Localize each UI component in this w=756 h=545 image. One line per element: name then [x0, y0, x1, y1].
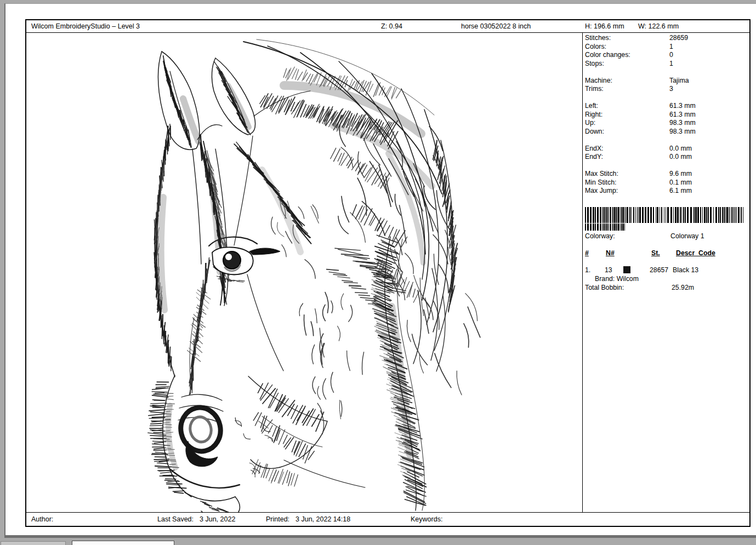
- design-name: horse 03052022 8 inch: [461, 22, 531, 30]
- report-body: Stitches:28659Colors:1Color changes:0Sto…: [26, 33, 749, 512]
- thread-number: 1.: [585, 266, 590, 274]
- stat-value: 9.6 mm: [669, 170, 692, 177]
- report-header-row: Wilcom EmbroideryStudio – Level 3 Z: 0.9…: [26, 20, 749, 33]
- thread-color-swatch: [623, 266, 630, 273]
- app-title: Wilcom EmbroideryStudio – Level 3: [31, 22, 140, 30]
- stat-row: Max Jump:6.1 mm: [585, 187, 748, 196]
- print-preview-page: Wilcom EmbroideryStudio – Level 3 Z: 0.9…: [4, 3, 756, 538]
- stat-row: Stops:1: [585, 60, 748, 68]
- stat-value: 98.3 mm: [669, 119, 696, 127]
- col-stitches: St.: [651, 249, 660, 257]
- barcode: [585, 207, 745, 231]
- stat-row: Down:98.3 mm: [585, 128, 748, 136]
- stat-row: Colors:1: [585, 43, 748, 51]
- stat-value: 3: [669, 85, 673, 93]
- last-saved-value: 3 Jun, 2022: [200, 515, 235, 523]
- author-label: Author:: [31, 515, 53, 523]
- thread-descr-code: Black 13: [673, 266, 698, 274]
- stat-row: Right:61.3 mm: [585, 111, 748, 119]
- stat-label: Stitches:: [585, 34, 611, 42]
- stat-value: 0: [669, 51, 673, 59]
- stat-label: Colors:: [585, 43, 606, 50]
- stat-value: 0.1 mm: [669, 179, 692, 186]
- col-needle: N#: [606, 249, 615, 257]
- keywords-label: Keywords:: [411, 515, 442, 523]
- stat-label: EndX:: [585, 145, 604, 152]
- stat-value: 98.3 mm: [669, 128, 696, 135]
- stat-value: 1: [669, 60, 673, 67]
- stat-value: 61.3 mm: [669, 111, 696, 118]
- printed-label: Printed:: [266, 515, 289, 523]
- stat-value: 0.0 mm: [669, 153, 692, 160]
- spacer: [585, 68, 748, 77]
- colorway-label: Colorway:: [585, 232, 615, 240]
- col-descr-code: Descr_Code: [676, 249, 715, 257]
- zoom-factor: Z: 0.94: [381, 22, 402, 30]
- stat-value: 1: [669, 43, 673, 50]
- stat-row: EndY:0.0 mm: [585, 153, 748, 162]
- horse-sketch-image: [26, 33, 582, 512]
- total-bobbin-value: 25.92m: [672, 284, 694, 291]
- design-width: W: 122.6 mm: [638, 22, 679, 30]
- design-height: H: 196.6 mm: [585, 22, 624, 30]
- stat-row: Up:98.3 mm: [585, 119, 748, 128]
- stat-row: Machine:Tajima: [585, 77, 748, 85]
- total-bobbin-label: Total Bobbin:: [585, 284, 624, 291]
- taskbar-button-fragment[interactable]: [72, 541, 174, 545]
- stat-label: Max Stitch:: [585, 170, 618, 177]
- stat-label: Min Stitch:: [585, 179, 616, 186]
- total-bobbin-row: Total Bobbin: 25.92m: [585, 284, 738, 291]
- taskbar-button-fragment[interactable]: [1, 541, 66, 545]
- design-preview-area: [26, 33, 583, 512]
- colorway-value: Colorway 1: [670, 232, 704, 240]
- stat-label: Trims:: [585, 85, 604, 93]
- stat-value: 61.3 mm: [669, 102, 696, 110]
- stat-row: Min Stitch:0.1 mm: [585, 179, 748, 187]
- stat-label: EndY:: [585, 153, 603, 160]
- last-saved-label: Last Saved:: [157, 515, 194, 523]
- stat-label: Up:: [585, 119, 595, 127]
- stat-row: Trims:3: [585, 85, 748, 94]
- printed-value: 3 Jun, 2022 14:18: [295, 515, 350, 523]
- design-info-panel: Stitches:28659Colors:1Color changes:0Sto…: [583, 33, 749, 512]
- colorway-row: Colorway: Colorway 1: [585, 232, 738, 240]
- report-footer-row: Author: Last Saved: 3 Jun, 2022 Printed:…: [26, 512, 749, 526]
- col-number: #: [585, 249, 589, 257]
- design-report-sheet: Wilcom EmbroideryStudio – Level 3 Z: 0.9…: [25, 19, 751, 527]
- stat-value: 6.1 mm: [669, 187, 692, 194]
- design-stats-list: Stitches:28659Colors:1Color changes:0Sto…: [585, 34, 748, 196]
- window-bottom-edge: [0, 538, 756, 545]
- stat-label: Down:: [585, 128, 604, 135]
- spacer: [585, 136, 748, 145]
- stat-label: Right:: [585, 111, 602, 118]
- stat-value: Tajima: [669, 77, 689, 84]
- stat-label: Max Jump:: [585, 187, 618, 194]
- app-window: { "header": { "app_title": "Wilcom Embro…: [0, 0, 756, 545]
- stat-value: 28659: [669, 34, 688, 42]
- thread-needle: 13: [605, 266, 612, 274]
- stat-label: Left:: [585, 102, 598, 110]
- stat-row: Max Stitch:9.6 mm: [585, 170, 748, 179]
- stat-value: 0.0 mm: [669, 145, 692, 152]
- thread-brand: Brand: Wilcom: [595, 275, 639, 283]
- stat-row: Left:61.3 mm: [585, 102, 748, 111]
- stat-row: EndX:0.0 mm: [585, 145, 748, 153]
- stat-label: Stops:: [585, 60, 604, 67]
- stat-row: Color changes:0: [585, 51, 748, 60]
- thread-stitch-count: 28657: [650, 266, 668, 274]
- spacer: [585, 162, 748, 170]
- spacer: [585, 94, 748, 102]
- stat-label: Machine:: [585, 77, 612, 84]
- stat-label: Color changes:: [585, 51, 630, 59]
- stat-row: Stitches:28659: [585, 34, 748, 43]
